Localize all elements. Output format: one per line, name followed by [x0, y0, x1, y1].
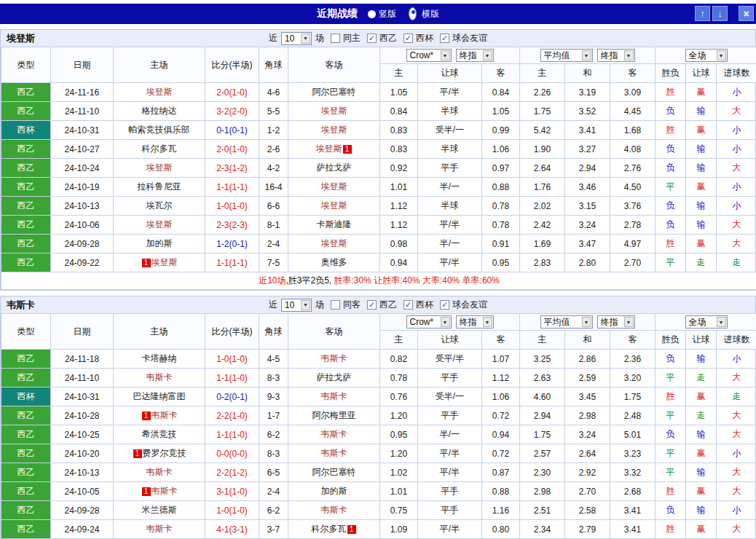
same-venue-checkbox[interactable]	[331, 34, 340, 43]
away-team-name[interactable]: 加的斯	[321, 486, 347, 496]
league-cell: 西乙	[1, 235, 51, 253]
corners-cell: 6-6	[259, 197, 288, 216]
league-filter-checkbox[interactable]: ✓	[440, 300, 449, 310]
date-cell: 24-10-13	[51, 463, 114, 482]
away-team-name[interactable]: 埃登斯	[321, 125, 347, 135]
home-team-name[interactable]: 韦斯卡	[151, 486, 178, 496]
home-team-name[interactable]: 韦斯卡	[146, 524, 173, 534]
home-team-name[interactable]: 埃登斯	[146, 87, 173, 97]
handicap-cell: 受半/一	[418, 121, 482, 140]
result-goals-cell: 大	[717, 159, 756, 178]
away-team-name[interactable]: 萨拉戈萨	[317, 372, 352, 382]
avg-source-select[interactable]: 平均值▼	[540, 49, 593, 62]
away-team-name[interactable]: 韦斯卡	[321, 448, 347, 458]
league-filter-checkbox[interactable]: ✓	[367, 300, 377, 310]
odds-away-cell: 0.84	[482, 83, 520, 102]
home-team-name[interactable]: 韦斯卡	[151, 410, 178, 420]
view-option-vertical[interactable]: 竖版	[368, 8, 396, 20]
away-team-name[interactable]: 阿尔巴塞特	[312, 87, 356, 97]
home-team-name[interactable]: 埃瓦尔	[146, 200, 173, 211]
result-goals-cell: 小	[717, 501, 756, 520]
home-team-name[interactable]: 帕索竞技俱乐部	[129, 125, 190, 135]
column-subheader: 客	[610, 64, 655, 83]
odds-away-cell: 0.99	[482, 121, 520, 140]
corners-cell: 6-5	[259, 463, 288, 482]
match-row: 西乙24-10-27科尔多瓦2-0(1-0)2-6埃登斯10.83半球1.061…	[1, 140, 756, 159]
home-team-name[interactable]: 埃登斯	[146, 162, 173, 173]
away-team-cell: 韦斯卡	[288, 425, 380, 444]
away-team-name[interactable]: 韦斯卡	[321, 391, 347, 401]
home-team-name[interactable]: 加的斯	[146, 238, 173, 248]
away-team-name[interactable]: 卡斯迪隆	[317, 219, 352, 229]
view-option-horizontal[interactable]: 横版	[406, 7, 439, 20]
home-team-name[interactable]: 格拉纳达	[142, 106, 177, 116]
home-team-name[interactable]: 米兰德斯	[142, 505, 177, 515]
odds-away-cell: 0.72	[482, 406, 520, 425]
away-team-name[interactable]: 埃登斯	[321, 106, 347, 116]
avg-home-cell: 2.42	[520, 216, 565, 235]
away-team-name[interactable]: 萨拉戈萨	[317, 162, 352, 173]
avg-stage-select[interactable]: 终指▼	[597, 49, 635, 62]
away-team-name[interactable]: 埃登斯	[316, 143, 342, 154]
recent-results-panel: 近期战绩 竖版 横版 ↑ ↓ × 埃登斯近10▼场同主✓西乙✓西杯✓球会友谊类型…	[0, 4, 756, 539]
home-team-name[interactable]: 巴达隆纳富图	[133, 391, 186, 401]
odds-stage-select[interactable]: 终指▼	[456, 49, 494, 62]
results-table: 类型日期主场比分(半场)角球客场Crow*▼终指▼平均值▼终指▼全场▼主让球客主…	[1, 313, 756, 539]
league-filter-checkbox[interactable]: ✓	[440, 34, 449, 43]
away-team-name[interactable]: 韦斯卡	[321, 429, 347, 439]
home-team-name[interactable]: 希洪竞技	[142, 429, 177, 439]
odds-home-cell: 0.76	[380, 387, 418, 406]
away-team-name[interactable]: 韦斯卡	[321, 353, 347, 363]
home-team-name[interactable]: 卡塔赫纳	[142, 353, 177, 363]
same-venue-checkbox[interactable]	[331, 300, 340, 310]
away-team-name[interactable]: 埃登斯	[321, 181, 347, 192]
scope-select[interactable]: 全场▼	[685, 49, 728, 62]
titlebar: 近期战绩 竖版 横版 ↑ ↓ ×	[0, 4, 756, 24]
odds-stage-select[interactable]: 终指▼	[456, 315, 494, 328]
away-team-name[interactable]: 埃登斯	[321, 200, 347, 211]
home-team-name[interactable]: 费罗尔竞技	[143, 448, 186, 458]
match-row: 西乙24-09-221埃登斯1-1(1-1)7-5奥维多0.94平/半0.952…	[1, 253, 756, 272]
date-cell: 24-09-28	[51, 235, 114, 253]
away-team-name[interactable]: 埃登斯	[321, 238, 347, 248]
match-count-select[interactable]: 10▼	[281, 32, 312, 45]
away-team-cell: 埃登斯	[288, 235, 380, 253]
bookmaker-select[interactable]: Crow*▼	[406, 315, 452, 328]
avg-source-select[interactable]: 平均值▼	[540, 315, 593, 328]
avg-away-cell: 4.45	[610, 102, 655, 121]
red-card-badge: 1	[142, 412, 151, 420]
result-goals-cell: 小	[717, 178, 756, 197]
away-team-name[interactable]: 奥维多	[321, 257, 347, 267]
home-team-name[interactable]: 拉科鲁尼亚	[138, 181, 181, 192]
home-team-cell: 米兰德斯	[114, 501, 205, 520]
corners-cell: 8-3	[259, 444, 288, 463]
date-cell: 24-09-28	[51, 501, 114, 520]
score-cell: 1-1(1-1)	[205, 253, 259, 272]
league-filter-checkbox[interactable]: ✓	[367, 34, 377, 43]
scope-select[interactable]: 全场▼	[685, 315, 728, 328]
odds-home-cell: 1.01	[380, 482, 418, 501]
home-team-name[interactable]: 韦斯卡	[146, 372, 173, 382]
odds-group-header: Crow*▼终指▼	[380, 314, 520, 331]
avg-stage-select[interactable]: 终指▼	[597, 315, 635, 328]
away-team-name[interactable]: 韦斯卡	[321, 505, 347, 515]
league-filter-checkbox[interactable]: ✓	[403, 300, 413, 310]
away-team-name[interactable]: 阿尔巴塞特	[312, 467, 356, 477]
home-team-name[interactable]: 埃登斯	[151, 257, 178, 267]
odds-away-cell: 0.88	[482, 482, 520, 501]
score-cell: 2-2(1-0)	[205, 406, 259, 425]
scroll-up-button[interactable]: ↑	[695, 6, 710, 21]
bookmaker-select[interactable]: Crow*▼	[406, 49, 452, 62]
league-filter-checkbox[interactable]: ✓	[403, 34, 413, 43]
corners-cell: 4-2	[259, 159, 288, 178]
away-team-name[interactable]: 科尔多瓦	[312, 524, 347, 534]
handicap-cell: 平手	[418, 501, 482, 520]
match-count-select[interactable]: 10▼	[281, 299, 312, 312]
scroll-down-button[interactable]: ↓	[712, 6, 728, 21]
home-team-name[interactable]: 科尔多瓦	[142, 143, 177, 154]
select-value: 终指	[601, 50, 618, 62]
home-team-name[interactable]: 韦斯卡	[146, 467, 173, 477]
away-team-name[interactable]: 阿尔梅里亚	[312, 410, 356, 420]
home-team-name[interactable]: 埃登斯	[146, 219, 173, 229]
close-button[interactable]: ×	[739, 6, 754, 21]
